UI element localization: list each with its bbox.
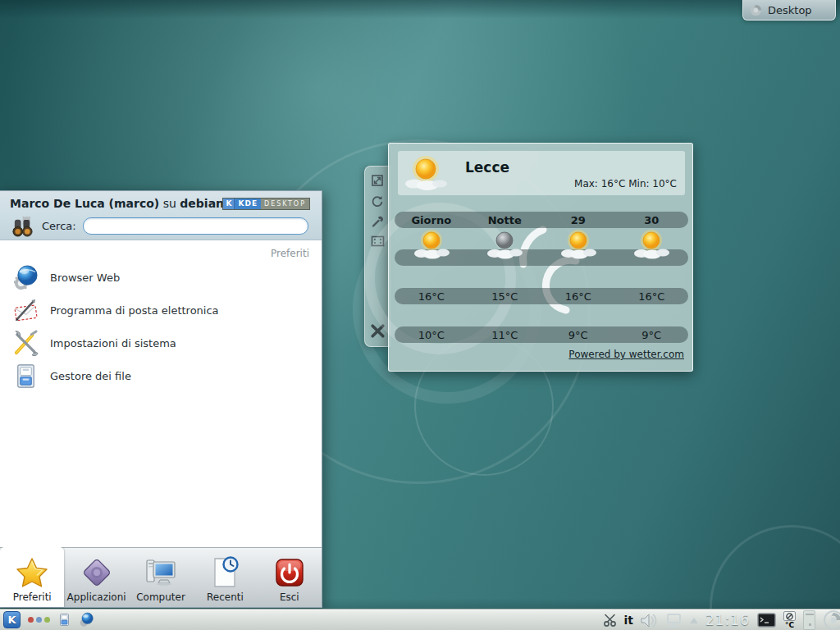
temp-low: 9°C bbox=[541, 329, 615, 341]
host-name: debian bbox=[180, 197, 224, 210]
sun-cloud-icon bbox=[632, 229, 670, 260]
weather-header: Lecce Max: 16°C Min: 10°C bbox=[398, 151, 685, 195]
kde-desktop-badge: K KDE DESKTOP bbox=[222, 198, 310, 210]
sun-cloud-icon bbox=[403, 154, 450, 192]
kde-menu-button[interactable]: K bbox=[3, 611, 21, 628]
close-icon[interactable] bbox=[370, 323, 386, 339]
kickoff-tabbar: Preferiti Applicazioni Computer bbox=[0, 547, 322, 607]
menu-item-mail[interactable]: Programma di posta elettronica bbox=[0, 294, 322, 326]
search-binoculars-icon bbox=[10, 215, 35, 237]
star-icon bbox=[15, 555, 49, 590]
kickoff-header: Marco De Luca (marco) su debian K KDE DE… bbox=[0, 191, 322, 240]
desktop-toolbox[interactable]: Desktop bbox=[742, 0, 836, 21]
kickoff-menu: Marco De Luca (marco) su debian K KDE DE… bbox=[0, 190, 322, 608]
temp-high: 16°C bbox=[615, 290, 689, 303]
digital-clock[interactable]: 21:16 bbox=[705, 612, 750, 628]
user-title-mid: su bbox=[163, 197, 176, 210]
menu-item-system-settings[interactable]: Impostazioni di sistema bbox=[0, 326, 322, 359]
weather-maxmin: Max: 16°C Min: 10°C bbox=[574, 178, 677, 189]
weather-col: 29 bbox=[541, 214, 615, 226]
pager-dot-red[interactable] bbox=[28, 617, 34, 623]
kde-logo-icon: K bbox=[223, 199, 235, 209]
tab-applicazioni[interactable]: Applicazioni bbox=[64, 548, 128, 607]
category-label: Preferiti bbox=[0, 240, 322, 261]
weather-columns-row: Giorno Notte 29 30 bbox=[395, 212, 688, 228]
panel-launchers: K bbox=[0, 611, 94, 628]
favorites-list: Preferiti Browser Web bbox=[0, 240, 322, 547]
weather-col: 30 bbox=[615, 214, 689, 226]
sun-cloud-icon bbox=[413, 229, 450, 260]
tab-recenti[interactable]: Recenti bbox=[193, 548, 257, 607]
moon-cloud-icon bbox=[486, 229, 523, 260]
collapsed-tray-widget[interactable] bbox=[803, 610, 815, 630]
weather-high-temps-row: 16°C 15°C 16°C 16°C bbox=[395, 288, 688, 304]
user-name: Marco De Luca (marco) bbox=[10, 197, 159, 210]
bottom-panel: K it bbox=[0, 609, 840, 630]
system-tray: it 21:16 °C bbox=[603, 609, 840, 630]
toolbox-label: Desktop bbox=[768, 4, 812, 16]
file-manager-icon bbox=[12, 363, 39, 390]
temp-high: 16°C bbox=[395, 290, 468, 303]
terminal-icon[interactable] bbox=[757, 613, 776, 628]
temp-low: 10°C bbox=[395, 329, 468, 341]
weather-low-temps-row: 10°C 11°C 9°C 9°C bbox=[395, 326, 688, 343]
recent-icon bbox=[208, 555, 242, 590]
file-manager-launcher-icon[interactable] bbox=[57, 612, 71, 628]
applications-icon bbox=[80, 555, 114, 590]
menu-item-browser-web[interactable]: Browser Web bbox=[0, 261, 322, 294]
rotate-icon[interactable] bbox=[371, 194, 384, 208]
no-data-icon bbox=[786, 613, 793, 620]
panel-cashew-icon[interactable] bbox=[823, 609, 840, 630]
pager-dot-blue[interactable] bbox=[36, 617, 42, 623]
mail-icon bbox=[12, 297, 39, 324]
weather-tray-icon[interactable]: °C bbox=[783, 611, 796, 629]
tab-computer[interactable]: Computer bbox=[129, 548, 193, 607]
weather-icons-row bbox=[395, 249, 688, 266]
network-monitor-icon[interactable] bbox=[665, 613, 682, 628]
temp-high: 15°C bbox=[468, 290, 542, 303]
system-settings-icon bbox=[12, 330, 39, 357]
clipboard-scissors-icon[interactable] bbox=[603, 614, 617, 628]
pager-dot-green[interactable] bbox=[44, 617, 50, 623]
temp-low: 9°C bbox=[615, 329, 689, 341]
menu-item-label: Programma di posta elettronica bbox=[50, 304, 219, 317]
resize-icon[interactable] bbox=[371, 174, 384, 187]
search-input[interactable] bbox=[83, 217, 308, 235]
menu-item-label: Browser Web bbox=[50, 272, 120, 284]
wetter-com-link[interactable]: Powered by wetter.com bbox=[568, 349, 684, 360]
computer-icon bbox=[144, 555, 178, 590]
weather-city: Lecce bbox=[465, 159, 509, 176]
temp-high: 16°C bbox=[541, 290, 615, 303]
tab-esci[interactable]: Esci bbox=[258, 548, 322, 607]
menu-item-file-manager[interactable]: Gestore dei file bbox=[0, 359, 322, 392]
expand-tray-arrow-icon[interactable] bbox=[690, 618, 698, 623]
screen-icon[interactable] bbox=[371, 235, 385, 247]
weather-col: Notte bbox=[468, 214, 542, 226]
web-browser-icon bbox=[12, 264, 39, 291]
search-label: Cerca: bbox=[42, 220, 76, 232]
weather-col: Giorno bbox=[395, 214, 468, 226]
temp-low: 11°C bbox=[468, 329, 542, 341]
configure-icon[interactable] bbox=[371, 215, 384, 228]
widget-handle[interactable] bbox=[364, 166, 390, 347]
volume-icon[interactable] bbox=[641, 614, 658, 628]
search-row: Cerca: bbox=[0, 214, 322, 237]
sun-cloud-icon bbox=[559, 229, 597, 260]
menu-item-label: Gestore dei file bbox=[50, 370, 131, 382]
keyboard-layout-indicator[interactable]: it bbox=[624, 614, 634, 627]
tab-preferiti[interactable]: Preferiti bbox=[0, 547, 64, 607]
weather-widget: Lecce Max: 16°C Min: 10°C Giorno Notte 2… bbox=[388, 143, 693, 372]
menu-item-label: Impostazioni di sistema bbox=[50, 337, 176, 349]
power-icon bbox=[272, 555, 307, 590]
user-title: Marco De Luca (marco) su debian bbox=[10, 197, 224, 210]
web-browser-launcher-icon[interactable] bbox=[79, 612, 94, 628]
plasma-cashew-icon bbox=[750, 4, 762, 16]
pager-dots[interactable] bbox=[28, 617, 50, 623]
